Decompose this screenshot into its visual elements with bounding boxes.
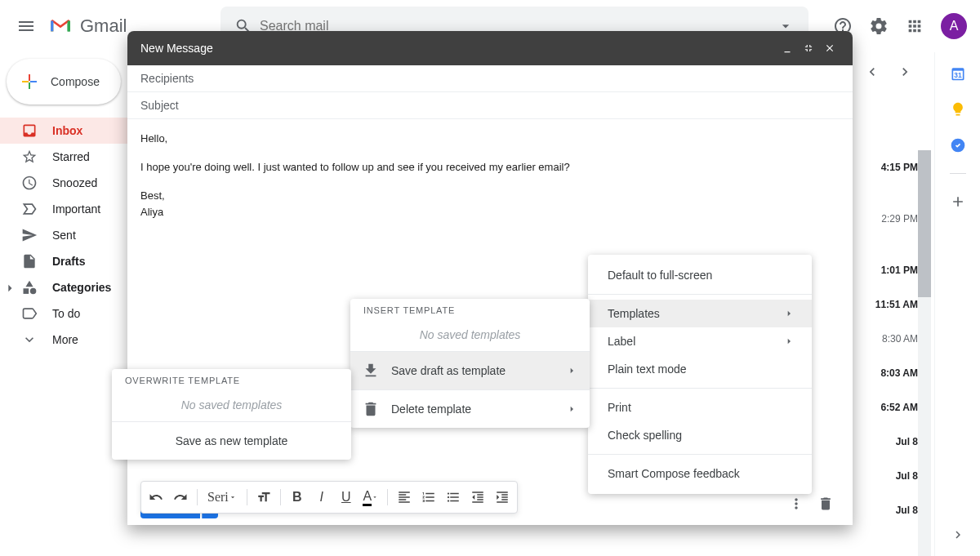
account-avatar[interactable]: A [941, 13, 967, 39]
redo-icon [173, 490, 188, 505]
redo-button[interactable] [169, 486, 192, 509]
apps-button[interactable] [898, 10, 931, 42]
menu-default-fullscreen[interactable]: Default to full-screen [588, 261, 812, 289]
compose-label: Compose [51, 75, 100, 88]
list-numbered-icon [421, 490, 436, 505]
bold-button[interactable]: B [286, 486, 309, 509]
chevron-down-icon [21, 331, 38, 348]
mail-time: 6:52 AM [880, 402, 918, 413]
underline-button[interactable]: U [335, 486, 358, 509]
menu-templates[interactable]: Templates [588, 300, 812, 327]
sidebar-item-label: Drafts [52, 255, 85, 268]
chevron-right-icon [782, 335, 795, 348]
menu-plain-text[interactable]: Plain text mode [588, 355, 812, 383]
send-icon [21, 227, 38, 243]
recipients-field[interactable]: Recipients [127, 65, 853, 92]
gmail-icon [49, 17, 72, 35]
menu-smart-compose-feedback[interactable]: Smart Compose feedback [588, 460, 812, 487]
keep-icon[interactable] [950, 101, 966, 118]
svg-text:31: 31 [954, 71, 962, 79]
more-vert-icon [788, 496, 804, 512]
font-select[interactable]: Seri [203, 486, 242, 509]
format-toolbar: Seri B I U A [140, 481, 518, 514]
scrollbar[interactable] [918, 150, 931, 556]
menu-check-spelling[interactable]: Check spelling [588, 421, 812, 449]
star-icon [21, 149, 38, 165]
indent-more-button[interactable] [491, 486, 514, 509]
chevron-right-icon [951, 527, 965, 542]
indent-increase-icon [495, 490, 510, 505]
more-options-button[interactable] [782, 490, 810, 518]
exit-fullscreen-icon [803, 42, 814, 54]
scrollbar-thumb[interactable] [918, 150, 931, 297]
mail-time: Jul 8 [896, 436, 918, 447]
text-color-button[interactable]: A [359, 486, 382, 509]
settings-button[interactable] [862, 10, 895, 42]
mail-time: Jul 8 [896, 505, 918, 516]
more-options-menu: Default to full-screen Templates Label P… [588, 255, 812, 494]
mail-time: 8:30 AM [882, 333, 918, 345]
minimize-button[interactable] [777, 38, 797, 58]
caret-down-icon [229, 493, 237, 501]
svg-point-2 [30, 288, 37, 295]
undo-icon [149, 490, 163, 505]
clock-icon [21, 175, 38, 191]
sidebar-item-label: To do [52, 307, 80, 320]
menu-print[interactable]: Print [588, 394, 812, 421]
save-draft-as-template[interactable]: Save draft as template [350, 352, 590, 389]
chevron-right-icon [782, 307, 795, 320]
tasks-icon[interactable] [950, 137, 966, 153]
text-size-icon [256, 490, 271, 505]
sidebar-item-label: More [52, 333, 78, 346]
undo-button[interactable] [145, 486, 167, 509]
add-icon[interactable] [950, 193, 966, 210]
italic-button[interactable]: I [310, 486, 333, 509]
plus-icon [20, 72, 39, 91]
chevron-right-icon [897, 64, 913, 80]
align-button[interactable] [393, 486, 416, 509]
templates-submenu: INSERT TEMPLATE No saved templates Save … [350, 299, 590, 428]
calendar-icon[interactable]: 31 [950, 65, 966, 82]
mail-time: 11:51 AM [875, 299, 918, 310]
sidebar-item-label: Starred [52, 150, 90, 163]
discard-button[interactable] [812, 490, 840, 518]
newer-button[interactable] [859, 59, 885, 85]
compose-titlebar[interactable]: New Message [127, 31, 853, 65]
download-icon [362, 362, 380, 380]
indent-less-button[interactable] [466, 486, 489, 509]
save-as-new-template[interactable]: Save as new template [112, 422, 351, 460]
trash-icon [362, 400, 380, 418]
svg-rect-0 [51, 21, 53, 32]
inbox-icon [21, 122, 38, 139]
font-size-button[interactable] [252, 486, 275, 509]
indent-decrease-icon [470, 490, 485, 505]
draft-icon [21, 253, 38, 269]
apps-grid-icon [906, 17, 924, 35]
main-menu-button[interactable] [7, 7, 46, 46]
hamburger-icon [16, 16, 36, 36]
numbered-list-button[interactable] [417, 486, 440, 509]
collapse-side-panel[interactable] [947, 523, 969, 546]
chevron-right-icon [565, 403, 578, 416]
compose-button[interactable]: Compose [7, 59, 121, 105]
fullscreen-button[interactable] [799, 38, 818, 58]
list-bulleted-icon [446, 490, 461, 505]
menu-label[interactable]: Label [588, 327, 812, 355]
insert-template-header: INSERT TEMPLATE [350, 299, 590, 323]
mail-time: Jul 8 [896, 470, 918, 482]
sidebar-item-label: Categories [52, 281, 111, 294]
delete-template[interactable]: Delete template [350, 390, 590, 428]
older-button[interactable] [892, 59, 918, 85]
compose-title: New Message [140, 42, 213, 55]
body-line: Best,Aliya [140, 188, 840, 222]
bulleted-list-button[interactable] [442, 486, 465, 509]
subject-field[interactable]: Subject [127, 92, 853, 119]
svg-rect-1 [68, 21, 70, 32]
chevron-right-icon [2, 280, 18, 296]
categories-icon [21, 279, 38, 296]
important-icon [21, 201, 38, 217]
mail-time: 8:03 AM [880, 367, 918, 379]
overwrite-header: OVERWRITE TEMPLATE [112, 369, 351, 394]
close-button[interactable] [820, 38, 840, 58]
label-icon [21, 305, 38, 322]
